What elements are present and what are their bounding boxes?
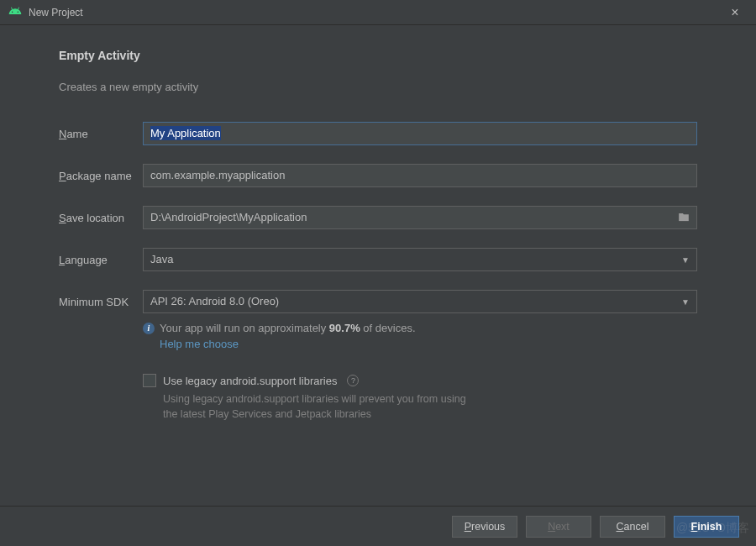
titlebar: New Project × xyxy=(0,0,756,25)
page-subheading: Creates a new empty activity xyxy=(59,81,697,93)
package-input[interactable]: com.example.myapplication xyxy=(143,164,697,187)
legacy-checkbox-row: Use legacy android.support libraries ? xyxy=(143,374,697,387)
label-language: Language xyxy=(59,254,143,266)
row-save-location: Save location D:\AndroidProject\MyApplic… xyxy=(59,206,697,229)
info-icon: i xyxy=(143,323,155,334)
label-minsdk: Minimum SDK xyxy=(59,296,143,308)
finish-button[interactable]: Finish xyxy=(674,516,739,538)
save-location-input[interactable]: D:\AndroidProject\MyApplication xyxy=(143,206,697,229)
previous-button[interactable]: Previous xyxy=(452,516,517,538)
content-area: Empty Activity Creates a new empty activ… xyxy=(0,25,756,422)
device-coverage-info: i Your app will run on approximately 90.… xyxy=(143,322,697,334)
minsdk-select[interactable]: API 26: Android 8.0 (Oreo) ▼ xyxy=(143,290,697,313)
label-package: Package name xyxy=(59,170,143,182)
next-button: Next xyxy=(526,516,591,538)
help-icon[interactable]: ? xyxy=(347,375,359,386)
row-package: Package name com.example.myapplication xyxy=(59,164,697,187)
legacy-checkbox-label: Use legacy android.support libraries xyxy=(163,375,337,387)
cancel-button[interactable]: Cancel xyxy=(600,516,665,538)
folder-icon[interactable] xyxy=(678,212,690,224)
name-input[interactable]: My Application xyxy=(143,122,697,145)
window-title: New Project xyxy=(29,7,83,18)
sdk-info-block: i Your app will run on approximately 90.… xyxy=(143,322,697,422)
android-icon xyxy=(8,4,22,20)
row-language: Language Java ▼ xyxy=(59,248,697,271)
legacy-description: Using legacy android.support libraries w… xyxy=(163,392,697,422)
legacy-checkbox[interactable] xyxy=(143,374,156,387)
row-minsdk: Minimum SDK API 26: Android 8.0 (Oreo) ▼ xyxy=(59,290,697,313)
footer: Previous Next Cancel Finish xyxy=(0,506,756,546)
label-name: Name xyxy=(59,128,143,140)
page-heading: Empty Activity xyxy=(59,49,697,62)
chevron-down-icon: ▼ xyxy=(681,255,690,265)
chevron-down-icon: ▼ xyxy=(681,297,690,307)
row-name: Name My Application xyxy=(59,122,697,145)
label-save-location: Save location xyxy=(59,212,143,224)
language-select[interactable]: Java ▼ xyxy=(143,248,697,271)
help-me-choose-link[interactable]: Help me choose xyxy=(160,338,239,350)
close-icon[interactable]: × xyxy=(722,0,748,25)
